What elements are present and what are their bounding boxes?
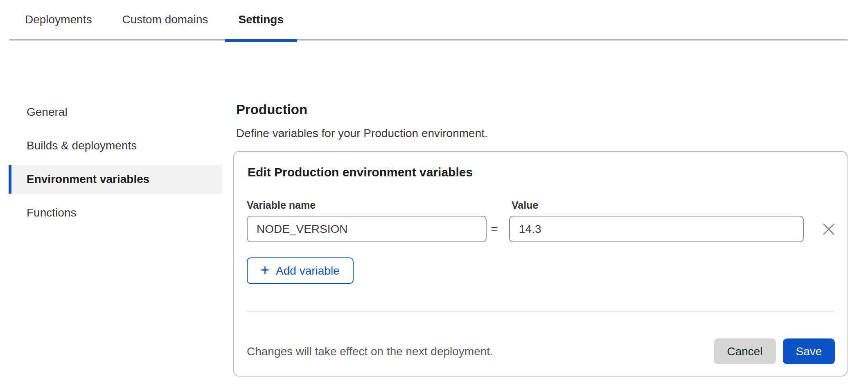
variable-value-input[interactable] [509, 216, 804, 242]
environment-section-header: Production Define variables for your Pro… [236, 102, 848, 140]
tab-label: Custom domains [122, 13, 208, 26]
card-title: Edit Production environment variables [248, 165, 473, 179]
variable-name-label: Variable name [247, 199, 316, 211]
remove-variable-button[interactable] [819, 220, 838, 239]
tab-label: Settings [239, 13, 284, 26]
variable-name-input[interactable] [247, 216, 487, 242]
tab-settings[interactable]: Settings [225, 0, 297, 40]
cancel-button[interactable]: Cancel [714, 338, 776, 364]
tab-label: Deployments [25, 13, 92, 26]
deployment-note: Changes will take effect on the next dep… [247, 345, 493, 358]
save-button[interactable]: Save [783, 338, 835, 364]
sidebar-item-general[interactable]: General [9, 98, 222, 126]
card-footer-divider [247, 311, 834, 312]
active-tab-underline [225, 39, 297, 42]
cancel-label: Cancel [727, 345, 762, 358]
equals-sign: = [486, 216, 503, 242]
top-tab-bar: Deployments Custom domains Settings [9, 0, 848, 41]
environment-variables-card: Edit Production environment variables Va… [233, 151, 848, 377]
sidebar-item-builds-deployments[interactable]: Builds & deployments [9, 131, 222, 160]
settings-page: Deployments Custom domains Settings Gene… [0, 0, 868, 388]
tab-deployments[interactable]: Deployments [11, 0, 105, 40]
add-variable-button[interactable]: + Add variable [247, 257, 354, 284]
add-variable-label: Add variable [276, 264, 340, 277]
plus-icon: + [261, 263, 269, 277]
tab-custom-domains[interactable]: Custom domains [108, 0, 221, 40]
page-title: Production [236, 102, 848, 118]
page-subtitle: Define variables for your Production env… [236, 127, 848, 140]
settings-sidenav: General Builds & deployments Environment… [9, 98, 222, 232]
sidebar-item-label: General [27, 106, 68, 119]
value-label: Value [512, 199, 538, 211]
sidebar-item-functions[interactable]: Functions [9, 199, 222, 227]
sidebar-item-label: Environment variables [27, 173, 149, 186]
x-icon [822, 222, 836, 236]
sidebar-item-label: Builds & deployments [27, 139, 137, 152]
sidebar-item-label: Functions [27, 206, 76, 219]
sidebar-item-environment-variables[interactable]: Environment variables [9, 165, 222, 194]
save-label: Save [796, 345, 822, 358]
